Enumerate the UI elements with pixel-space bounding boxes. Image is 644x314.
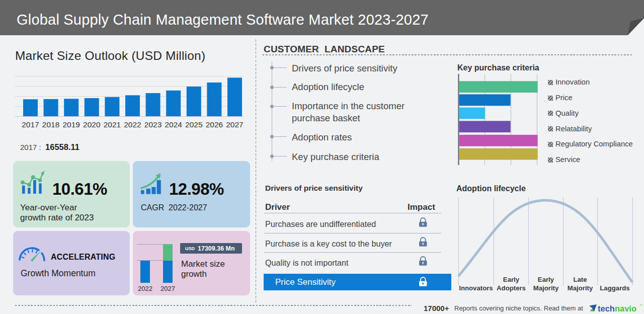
svg-text:2023: 2023 [144,120,162,129]
svg-text:™: ™ [639,304,642,307]
svg-text:2024: 2024 [165,120,182,129]
svg-text:2022: 2022 [124,120,141,129]
svg-text:2017: 2017 [22,120,39,129]
svg-text:2018: 2018 [42,120,59,129]
svg-text:2027: 2027 [226,120,243,129]
svg-text:technavio: technavio [598,304,636,313]
svg-text:2026: 2026 [206,120,223,129]
svg-text:2021: 2021 [104,120,121,129]
svg-text:2020: 2020 [83,120,101,129]
svg-text:2019: 2019 [62,120,79,129]
svg-text:2025: 2025 [185,120,202,129]
